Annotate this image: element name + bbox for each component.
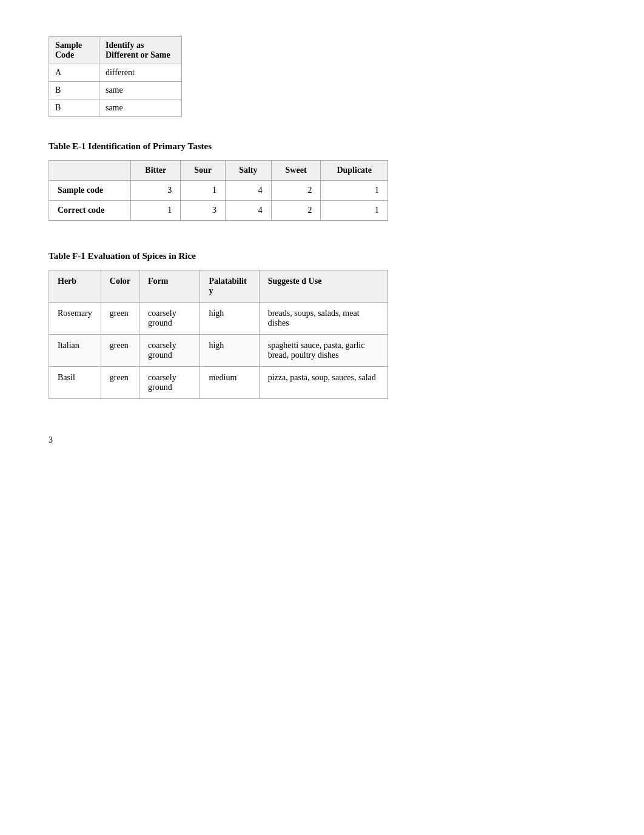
e1-row-bitter: 1 — [131, 201, 181, 221]
table-e1-header-empty — [49, 161, 131, 181]
table-f1-header-palatability: Palatabilit y — [200, 270, 259, 303]
f1-row-color: green — [101, 303, 139, 335]
table-row: Italian green coarsely ground high spagh… — [49, 335, 388, 367]
table-row: Correct code 1 3 4 2 1 — [49, 201, 388, 221]
e1-row-duplicate: 1 — [321, 201, 388, 221]
top-table-code: A — [49, 64, 99, 82]
e1-row-label: Sample code — [49, 181, 131, 201]
table-f1-header-herb: Herb — [49, 270, 101, 303]
table-e1-header-sweet: Sweet — [271, 161, 321, 181]
e1-row-salty: 4 — [225, 181, 271, 201]
top-table-code: B — [49, 82, 99, 99]
e1-row-sweet: 2 — [271, 201, 321, 221]
table-e1-header-salty: Salty — [225, 161, 271, 181]
table-row: Rosemary green coarsely ground high brea… — [49, 303, 388, 335]
f1-row-color: green — [101, 335, 139, 367]
e1-row-duplicate: 1 — [321, 181, 388, 201]
table-f1-header-color: Color — [101, 270, 139, 303]
top-table-header-code: Sample Code — [49, 37, 99, 64]
top-table-section: Sample Code Identify as Different or Sam… — [49, 36, 595, 117]
table-f1-title: Table F-1 Evaluation of Spices in Rice — [49, 251, 595, 261]
top-table: Sample Code Identify as Different or Sam… — [49, 36, 182, 117]
f1-row-form: coarsely ground — [139, 335, 200, 367]
table-row: A different — [49, 64, 182, 82]
top-table-header-identify: Identify as Different or Same — [99, 37, 181, 64]
table-f1: Herb Color Form Palatabilit y Suggeste d… — [49, 270, 388, 399]
f1-row-palatability: high — [200, 303, 259, 335]
top-table-value: same — [99, 82, 181, 99]
f1-row-suggested-use: breads, soups, salads, meat dishes — [259, 303, 387, 335]
f1-row-color: green — [101, 367, 139, 399]
f1-row-form: coarsely ground — [139, 303, 200, 335]
e1-row-bitter: 3 — [131, 181, 181, 201]
table-row: Sample code 3 1 4 2 1 — [49, 181, 388, 201]
f1-row-palatability: high — [200, 335, 259, 367]
e1-row-sour: 3 — [181, 201, 226, 221]
table-e1: Bitter Sour Salty Sweet Duplicate Sample… — [49, 160, 388, 221]
f1-row-herb: Italian — [49, 335, 101, 367]
f1-row-form: coarsely ground — [139, 367, 200, 399]
f1-row-suggested-use: pizza, pasta, soup, sauces, salad — [259, 367, 387, 399]
top-table-code: B — [49, 99, 99, 117]
f1-row-suggested-use: spaghetti sauce, pasta, garlic bread, po… — [259, 335, 387, 367]
table-e1-header-duplicate: Duplicate — [321, 161, 388, 181]
table-f1-header-suggested-use: Suggeste d Use — [259, 270, 387, 303]
table-e1-header-bitter: Bitter — [131, 161, 181, 181]
table-row: B same — [49, 82, 182, 99]
top-table-value: different — [99, 64, 181, 82]
e1-row-label: Correct code — [49, 201, 131, 221]
e1-row-salty: 4 — [225, 201, 271, 221]
f1-row-palatability: medium — [200, 367, 259, 399]
table-f1-header-form: Form — [139, 270, 200, 303]
table-e1-title: Table E-1 Identification of Primary Tast… — [49, 141, 595, 152]
top-table-value: same — [99, 99, 181, 117]
page-number: 3 — [49, 435, 595, 445]
e1-row-sweet: 2 — [271, 181, 321, 201]
table-row: Basil green coarsely ground medium pizza… — [49, 367, 388, 399]
f1-row-herb: Rosemary — [49, 303, 101, 335]
table-f1-section: Table F-1 Evaluation of Spices in Rice H… — [49, 251, 595, 399]
e1-row-sour: 1 — [181, 181, 226, 201]
f1-row-herb: Basil — [49, 367, 101, 399]
table-e1-header-sour: Sour — [181, 161, 226, 181]
table-row: B same — [49, 99, 182, 117]
table-e1-section: Table E-1 Identification of Primary Tast… — [49, 141, 595, 221]
